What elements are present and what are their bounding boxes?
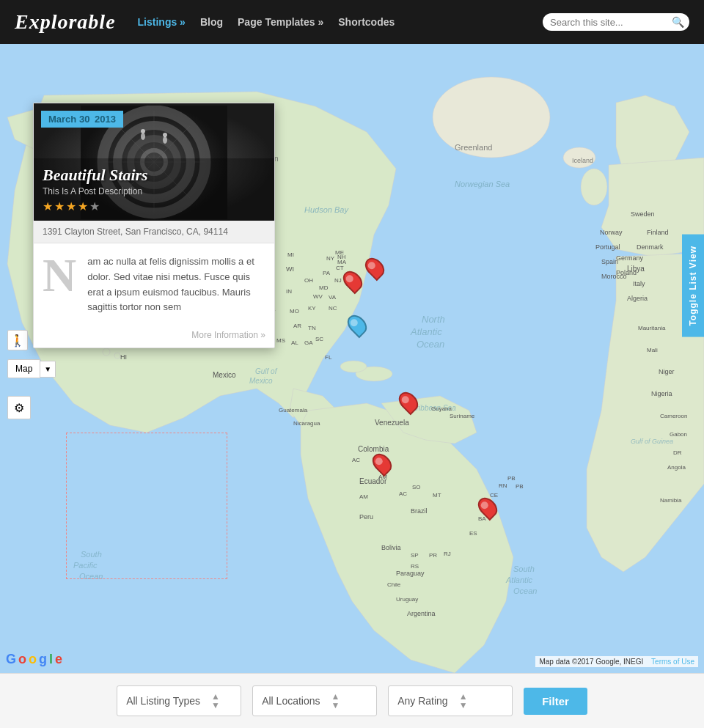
terms-of-use-link[interactable]: Terms of Use <box>651 658 694 666</box>
map-type-dropdown[interactable]: ▼ <box>40 361 56 378</box>
svg-text:Iceland: Iceland <box>572 157 593 164</box>
map-type-button[interactable]: Map <box>7 359 40 378</box>
popup-drop-cap: N <box>43 254 76 297</box>
map-type-selector: Map ▼ <box>7 359 56 378</box>
svg-text:Atlantic: Atlantic <box>410 326 442 337</box>
svg-text:Argentina: Argentina <box>407 610 436 617</box>
svg-text:Ocean: Ocean <box>79 572 103 581</box>
svg-point-4 <box>103 348 110 356</box>
svg-text:IN: IN <box>286 288 292 295</box>
svg-text:PA: PA <box>323 270 331 276</box>
svg-text:AL: AL <box>291 339 298 346</box>
svg-text:OH: OH <box>304 277 313 284</box>
svg-text:Gulf of Guinea: Gulf of Guinea <box>631 438 673 445</box>
svg-text:Hudson Bay: Hudson Bay <box>304 205 349 214</box>
svg-text:Gulf of: Gulf of <box>255 367 278 375</box>
svg-text:Mali: Mali <box>647 347 658 353</box>
search-icon[interactable]: 🔍 <box>672 16 684 28</box>
map-marker-4[interactable] <box>400 391 417 413</box>
svg-text:Namibia: Namibia <box>660 497 682 504</box>
svg-text:MD: MD <box>319 284 329 291</box>
nav-listings[interactable]: Listings » <box>138 16 186 28</box>
listing-types-arrows: ▲▼ <box>211 692 220 710</box>
nav-shortcodes[interactable]: Shortcodes <box>338 16 395 28</box>
svg-text:South: South <box>81 550 102 559</box>
svg-text:AC: AC <box>399 490 407 497</box>
map-data-attribution: Map data ©2017 Google, INEGI Terms of Us… <box>535 656 698 667</box>
svg-text:VA: VA <box>329 294 337 301</box>
star-4: ★ <box>78 199 88 213</box>
ratings-arrows: ▲▼ <box>459 692 468 710</box>
svg-text:PR: PR <box>429 552 437 559</box>
svg-text:SC: SC <box>315 336 323 342</box>
search-input[interactable] <box>550 17 667 28</box>
svg-text:Italy: Italy <box>633 280 645 287</box>
svg-text:RN: RN <box>499 482 507 489</box>
map-container[interactable]: Norwegian Sea Hudson Bay North Atlantic … <box>0 44 704 673</box>
svg-point-5 <box>114 353 120 359</box>
popup-image: March 30 2013 Beautiful Stairs This Is A… <box>34 103 274 221</box>
svg-text:Norway: Norway <box>600 229 623 236</box>
svg-text:RJ: RJ <box>444 551 451 557</box>
nav-blog[interactable]: Blog <box>200 16 223 28</box>
svg-text:HI: HI <box>120 353 127 361</box>
svg-text:PB: PB <box>516 483 524 490</box>
svg-text:GA: GA <box>304 339 313 346</box>
popup-description: This Is A Post Description <box>43 186 265 196</box>
svg-text:MI: MI <box>287 251 294 258</box>
star-5: ★ <box>89 199 100 213</box>
settings-button[interactable]: ⚙ <box>7 396 31 419</box>
map-marker-3[interactable] <box>349 314 365 336</box>
star-3: ★ <box>66 199 76 213</box>
listing-popup: March 30 2013 Beautiful Stairs This Is A… <box>33 103 275 348</box>
svg-text:PB: PB <box>507 475 516 482</box>
google-logo: Google <box>6 652 62 667</box>
popup-more-label: More Information » <box>191 330 265 340</box>
svg-text:Cameroon: Cameroon <box>660 413 687 419</box>
map-marker-5[interactable] <box>374 452 390 474</box>
svg-text:Mexico: Mexico <box>249 377 273 385</box>
svg-text:Venezuela: Venezuela <box>375 419 409 427</box>
svg-point-139 <box>163 136 167 144</box>
map-marker-2[interactable] <box>345 270 361 292</box>
svg-text:Norwegian Sea: Norwegian Sea <box>455 180 510 188</box>
svg-text:Sweden: Sweden <box>631 210 655 218</box>
nav-page-templates[interactable]: Page Templates » <box>238 16 323 28</box>
svg-text:Suriname: Suriname <box>450 413 475 419</box>
svg-text:Uruguay: Uruguay <box>396 596 418 603</box>
svg-text:WI: WI <box>286 265 294 273</box>
svg-text:AR: AR <box>293 323 301 329</box>
svg-text:KY: KY <box>308 305 316 312</box>
popup-title: Beautiful Stairs <box>43 166 265 185</box>
popup-date: March 30 2013 <box>41 111 123 128</box>
filter-ratings[interactable]: Any Rating ▲▼ <box>388 685 513 716</box>
toggle-list-view-button[interactable]: Toggle List View <box>682 235 704 337</box>
filter-locations[interactable]: All Locations ▲▼ <box>252 685 377 716</box>
svg-text:CT: CT <box>336 265 344 271</box>
filter-button[interactable]: Filter <box>524 688 587 715</box>
svg-text:DR: DR <box>673 449 682 456</box>
svg-point-3 <box>581 169 607 205</box>
site-logo[interactable]: Explorable <box>15 10 116 34</box>
map-marker-1[interactable] <box>367 257 383 279</box>
svg-text:RS: RS <box>411 563 419 570</box>
popup-more-info[interactable]: More Information » <box>34 326 274 348</box>
svg-text:ES: ES <box>469 530 477 537</box>
header: Explorable Listings » Blog Page Template… <box>0 0 704 44</box>
filter-listing-types[interactable]: All Listing Types ▲▼ <box>117 685 241 716</box>
svg-text:Angola: Angola <box>667 464 686 471</box>
svg-text:Pacific: Pacific <box>73 561 98 570</box>
star-1: ★ <box>43 199 53 213</box>
popup-body-text: am ac nulla at felis dignissim mollis a … <box>87 254 265 315</box>
svg-text:WV: WV <box>313 293 323 300</box>
map-marker-6[interactable] <box>480 496 496 518</box>
pegman-button[interactable]: 🚶 <box>7 330 28 350</box>
svg-text:TN: TN <box>308 325 316 331</box>
popup-title-overlay: Beautiful Stairs This Is A Post Descript… <box>34 158 274 221</box>
svg-text:Bolivia: Bolivia <box>381 544 401 551</box>
svg-text:SO: SO <box>412 484 421 490</box>
svg-text:Ocean: Ocean <box>513 587 537 595</box>
main-nav: Listings » Blog Page Templates » Shortco… <box>138 16 528 28</box>
svg-text:Greenland: Greenland <box>455 143 492 152</box>
svg-text:NC: NC <box>329 305 337 312</box>
